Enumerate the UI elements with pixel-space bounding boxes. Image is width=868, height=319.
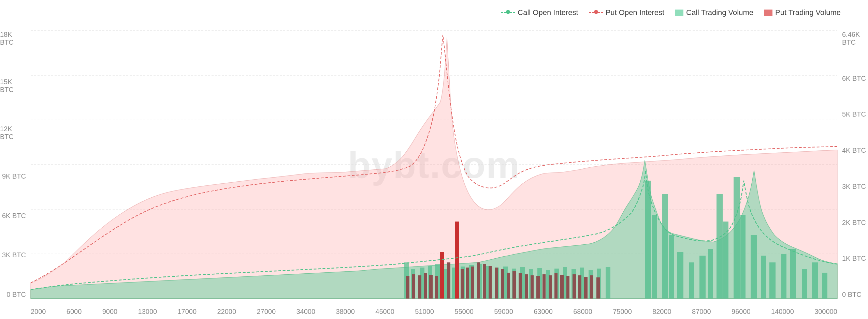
call-vol-bar-large-20 [822,273,827,299]
call-vol-bar-large-11 [734,177,740,299]
call-vol-bar-large-9 [717,194,723,299]
x-label-6: 27000 [257,308,276,316]
put-vol-bar-13 [495,268,498,299]
put-vol-bar-17 [512,271,516,299]
put-vol-bar-1 [406,276,409,299]
legend-call-open-interest-label: Call Open Interest [518,8,578,17]
y-left-label-1: 15K BTC [0,78,26,94]
legend-put-open-interest: Put Open Interest [589,8,664,17]
x-label-11: 55000 [454,308,474,316]
x-label-17: 87000 [692,308,711,316]
put-vol-bar-3 [418,275,421,299]
put-vol-bar-31 [596,277,600,299]
x-label-19: 140000 [771,308,794,316]
y-right-label-3: 4K BTC [842,147,866,154]
x-label-12: 59000 [494,308,513,316]
y-right-label-1: 6K BTC [842,75,866,82]
put-vol-bar-19 [525,274,528,299]
legend-put-open-interest-label: Put Open Interest [606,8,664,17]
x-label-8: 38000 [336,308,355,316]
put-vol-bar-29 [584,277,588,299]
put-vol-bar-5 [429,275,433,299]
x-label-15: 75000 [613,308,632,316]
put-vol-bar-11 [483,264,486,299]
legend-call-trading-volume-label: Call Trading Volume [686,8,753,17]
y-right-label-0: 6.46K BTC [842,31,868,46]
call-vol-bar-large-15 [769,262,776,299]
chart-area: bybt.com [31,31,837,299]
put-vol-bar-12 [489,266,492,299]
put-vol-bar-7 [461,269,464,299]
y-left-label-6: 0 BTC [6,291,26,299]
put-vol-bar-28 [578,275,581,299]
x-label-2: 9000 [102,308,118,316]
y-right-label-4: 3K BTC [842,183,866,191]
put-vol-bar-8 [466,268,469,299]
put-vol-bar-20 [531,275,534,299]
put-vol-bar-25 [560,275,564,299]
call-vol-bar-large-6 [689,262,694,299]
put-vol-bar-18 [519,273,522,299]
put-vol-bar-24 [554,273,558,299]
call-vol-bar-large-5 [677,252,683,299]
put-vol-bar-14 [501,269,504,299]
x-label-5: 22000 [217,308,236,316]
call-vol-bar-25 [606,267,610,299]
x-axis: 2000 6000 9000 13000 17000 22000 27000 3… [31,308,837,316]
x-label-7: 34000 [296,308,315,316]
put-vol-bar-21 [536,276,540,299]
x-label-14: 68000 [573,308,592,316]
y-axis-left: 18K BTC 15K BTC 12K BTC 9K BTC 6K BTC 3K… [0,31,31,299]
x-label-16: 82000 [652,308,671,316]
call-vol-bar-large-10 [723,222,728,299]
call-vol-bar-large-7 [699,256,706,299]
y-right-label-2: 5K BTC [842,110,866,118]
call-vol-bar-large-13 [751,235,757,299]
call-vol-bar-large-17 [790,249,796,299]
x-label-3: 13000 [138,308,157,316]
chart-container: Call Open Interest Put Open Interest Cal… [0,0,868,319]
call-vol-bar-large-14 [761,256,766,299]
put-vol-bar-10 [477,262,480,299]
put-vol-bar-6 [435,276,438,299]
x-label-9: 45000 [375,308,394,316]
y-right-label-6: 1K BTC [842,255,866,262]
put-vol-bar-27 [573,274,576,299]
call-vol-bar-large-18 [802,269,807,299]
put-vol-bar-15 [447,262,450,299]
y-left-label-3: 9K BTC [2,172,26,180]
call-vol-bar-large-4 [669,235,674,299]
call-vol-bar-large-3 [662,194,668,299]
call-vol-bar-large-2 [652,215,657,299]
call-vol-bar-large-16 [781,254,786,299]
call-vol-bar-large-19 [812,262,818,299]
put-vol-bar-23 [549,275,552,299]
put-vol-bar-9 [471,267,474,299]
legend-put-trading-volume: Put Trading Volume [764,8,841,17]
legend-call-trading-volume: Call Trading Volume [675,8,753,17]
call-vol-bar-large-12 [740,215,746,299]
put-vol-bar-big-1 [455,222,459,299]
y-right-label-5: 2K BTC [842,219,866,227]
y-left-label-0: 18K BTC [0,31,26,46]
y-axis-right: 6.46K BTC 6K BTC 5K BTC 4K BTC 3K BTC 2K… [837,31,868,299]
y-left-label-2: 12K BTC [0,125,26,141]
chart-legend: Call Open Interest Put Open Interest Cal… [501,8,841,17]
put-vol-bar-30 [590,275,593,299]
y-left-label-4: 6K BTC [2,212,26,220]
put-vol-bar-26 [566,276,569,299]
put-vol-bar-16 [507,273,510,299]
x-label-4: 17000 [178,308,197,316]
put-vol-bar-4 [424,273,427,299]
y-left-label-5: 3K BTC [2,251,26,259]
x-label-18: 96000 [732,308,751,316]
x-label-1: 6000 [67,308,82,316]
x-label-10: 51000 [415,308,434,316]
legend-put-trading-volume-label: Put Trading Volume [775,8,841,17]
y-right-label-7: 0 BTC [842,291,862,299]
put-vol-bar-2 [412,274,415,299]
x-label-20: 300000 [814,308,837,316]
chart-svg [31,31,837,299]
legend-call-open-interest: Call Open Interest [501,8,578,17]
x-label-0: 2000 [31,308,46,316]
